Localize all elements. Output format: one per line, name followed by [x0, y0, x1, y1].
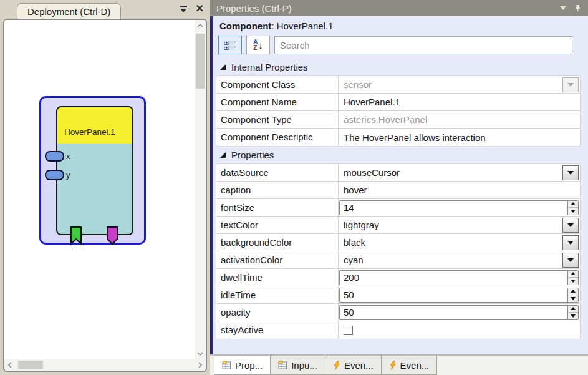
property-value[interactable]: asterics.HoverPanel — [339, 111, 580, 128]
spinner-field[interactable]: 50 — [339, 288, 579, 303]
vertical-scrollbar[interactable] — [195, 20, 206, 359]
spin-down-icon[interactable] — [568, 313, 578, 319]
properties-panel-titlebar[interactable]: Properties (Ctrl-P) — [210, 0, 588, 16]
property-value-cell[interactable]: asterics.HoverPanel — [339, 111, 580, 128]
property-label: Component Class — [216, 76, 339, 93]
dropdown-button[interactable] — [562, 165, 579, 180]
component-title[interactable]: HoverPanel.1 — [56, 106, 133, 145]
property-value-cell[interactable]: lightgray — [339, 217, 580, 233]
properties-panel-title: Properties (Ctrl-P) — [216, 3, 292, 14]
bottom-tab-1[interactable]: Inpu... — [270, 356, 325, 375]
property-value-cell[interactable]: hover — [339, 182, 580, 198]
property-value-cell[interactable]: 14 — [339, 199, 580, 216]
spinner-field[interactable]: 14 — [339, 200, 579, 215]
input-port-x[interactable]: x — [57, 151, 132, 162]
property-value-cell[interactable]: 50 — [339, 304, 580, 321]
property-row-textcolor: textColorlightgray — [216, 217, 580, 234]
bottom-tab-3[interactable]: Even... — [381, 356, 438, 375]
spin-up-icon[interactable] — [568, 271, 578, 278]
property-value[interactable]: cyan — [339, 251, 562, 268]
vertical-scroll-thumb[interactable] — [196, 34, 205, 89]
property-value[interactable]: lightgray — [339, 217, 562, 233]
spinner-buttons[interactable] — [567, 201, 578, 215]
section-header-properties[interactable]: Properties — [216, 147, 581, 163]
property-value[interactable]: mouseCursor — [339, 164, 562, 181]
app-window: Deployment (Ctrl-D) ✕ HoverPanel.1 xy — [0, 0, 588, 375]
bottom-tab-label: Prop... — [235, 360, 263, 371]
property-row-componentname: Component NameHoverPanel.1 — [216, 94, 580, 111]
spinner-buttons[interactable] — [567, 271, 578, 285]
properties-tab-icon — [278, 361, 287, 369]
property-value-cell[interactable]: black — [339, 234, 580, 251]
spin-up-icon[interactable] — [568, 306, 578, 313]
deployment-canvas-frame: HoverPanel.1 xy — [3, 19, 207, 372]
spin-down-icon[interactable] — [568, 208, 578, 215]
event-listener-port-icon[interactable] — [70, 226, 82, 245]
bottom-tab-0[interactable]: Prop... — [214, 356, 271, 375]
property-value-cell[interactable]: mouseCursor — [339, 164, 580, 181]
property-row-opacity: opacity50 — [216, 304, 580, 321]
component-hoverpanel[interactable]: HoverPanel.1 xy — [39, 96, 146, 245]
categorized-view-button[interactable] — [218, 36, 242, 54]
close-icon[interactable]: ✕ — [196, 4, 204, 13]
property-value[interactable]: HoverPanel.1 — [339, 94, 580, 110]
property-value[interactable]: 50 — [340, 288, 567, 302]
property-value-cell[interactable]: cyan — [339, 251, 580, 268]
property-label: caption — [216, 182, 339, 198]
alphabetical-sort-button[interactable]: AZ ↓ — [246, 36, 270, 54]
horizontal-scroll-thumb[interactable] — [18, 361, 43, 369]
property-value[interactable]: 14 — [340, 201, 567, 215]
property-value-cell[interactable]: sensor — [339, 76, 580, 93]
property-value[interactable]: hover — [339, 182, 580, 198]
search-input[interactable] — [274, 36, 572, 54]
spin-down-icon[interactable] — [568, 295, 578, 302]
section-expander-icon[interactable] — [220, 64, 226, 70]
spin-down-icon[interactable] — [568, 278, 578, 285]
component-body[interactable]: xy — [56, 144, 133, 235]
section-expander-icon[interactable] — [220, 152, 226, 158]
scroll-right-icon[interactable] — [195, 359, 206, 371]
event-trigger-port-icon[interactable] — [106, 226, 118, 245]
property-value-cell[interactable]: 200 — [339, 269, 580, 286]
property-value-cell[interactable]: 50 — [339, 286, 580, 303]
port-pill-icon[interactable] — [45, 170, 64, 180]
spinner-buttons[interactable] — [567, 288, 578, 302]
spinner-buttons[interactable] — [567, 306, 578, 319]
dropdown-button[interactable] — [562, 253, 579, 268]
input-port-y[interactable]: y — [57, 170, 132, 180]
panel-menu-icon[interactable] — [560, 6, 566, 10]
property-grid: Internal PropertiesComponent Classsensor… — [216, 59, 581, 339]
property-row-componenttype: Component Typeasterics.HoverPanel — [216, 111, 580, 129]
property-value[interactable]: The HoverPanel allows interaction — [339, 129, 580, 146]
property-value-cell[interactable] — [339, 321, 580, 339]
property-value[interactable]: black — [339, 234, 562, 251]
spin-up-icon[interactable] — [568, 201, 578, 208]
bottom-tab-2[interactable]: Even... — [325, 356, 382, 375]
dropdown-button[interactable] — [562, 235, 579, 250]
spin-up-icon[interactable] — [568, 288, 578, 296]
scroll-up-icon[interactable] — [195, 20, 206, 31]
horizontal-scrollbar[interactable] — [4, 359, 206, 371]
az-sort-icon: AZ ↓ — [253, 39, 263, 51]
deployment-canvas[interactable]: HoverPanel.1 xy — [4, 20, 195, 359]
tab-deployment[interactable]: Deployment (Ctrl-D) — [17, 3, 121, 19]
property-value[interactable]: sensor — [339, 76, 562, 93]
property-row-datasource: dataSourcemouseCursor — [216, 164, 580, 182]
port-pill-icon[interactable] — [45, 151, 64, 162]
pin-icon[interactable] — [574, 4, 582, 12]
property-value-cell[interactable]: The HoverPanel allows interaction — [339, 129, 580, 146]
bottom-tab-label: Even... — [400, 360, 430, 371]
spinner-field[interactable]: 200 — [339, 270, 579, 285]
spinner-field[interactable]: 50 — [339, 305, 579, 320]
scroll-left-icon[interactable] — [4, 359, 16, 371]
property-value[interactable]: 50 — [340, 306, 567, 319]
property-value-cell[interactable]: HoverPanel.1 — [339, 94, 580, 110]
port-label: y — [66, 170, 70, 180]
property-row-componentdescriptic: Component DescripticThe HoverPanel allow… — [216, 129, 580, 146]
checkbox[interactable] — [344, 326, 353, 335]
section-header-internal-properties[interactable]: Internal Properties — [216, 59, 581, 75]
window-menu-icon[interactable] — [180, 6, 187, 12]
scroll-down-icon[interactable] — [195, 348, 206, 359]
property-value[interactable]: 200 — [340, 271, 567, 285]
dropdown-button[interactable] — [562, 218, 579, 233]
